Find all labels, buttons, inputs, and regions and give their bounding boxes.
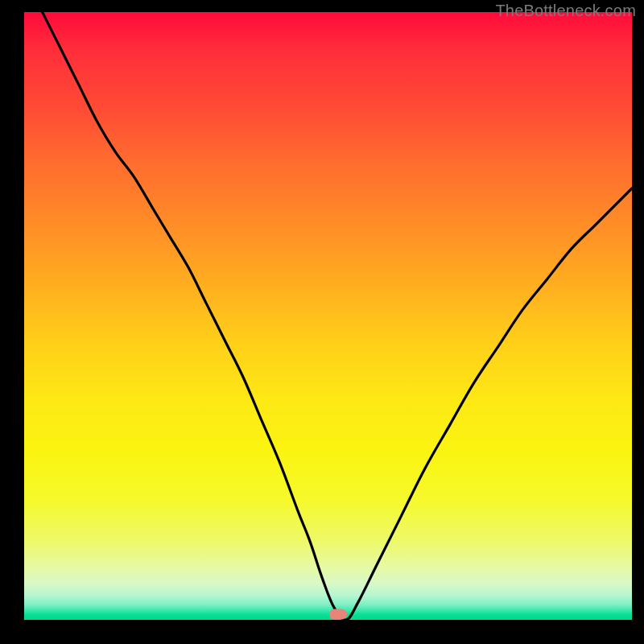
bottleneck-curve [24,12,632,620]
plot-area [24,12,632,620]
optimal-point-marker [329,609,347,620]
chart-stage: TheBottleneck.com [0,0,644,644]
watermark-text: TheBottleneck.com [495,2,636,20]
